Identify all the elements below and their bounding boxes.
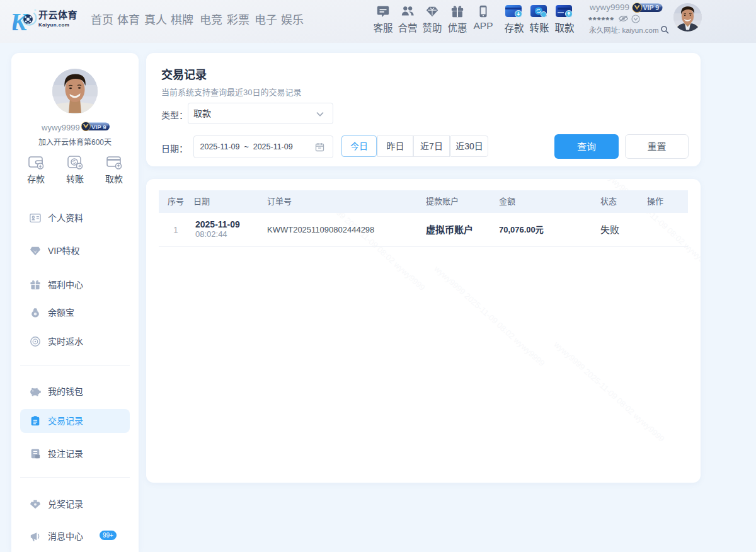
svg-text:VIP 9: VIP 9 xyxy=(643,4,660,11)
